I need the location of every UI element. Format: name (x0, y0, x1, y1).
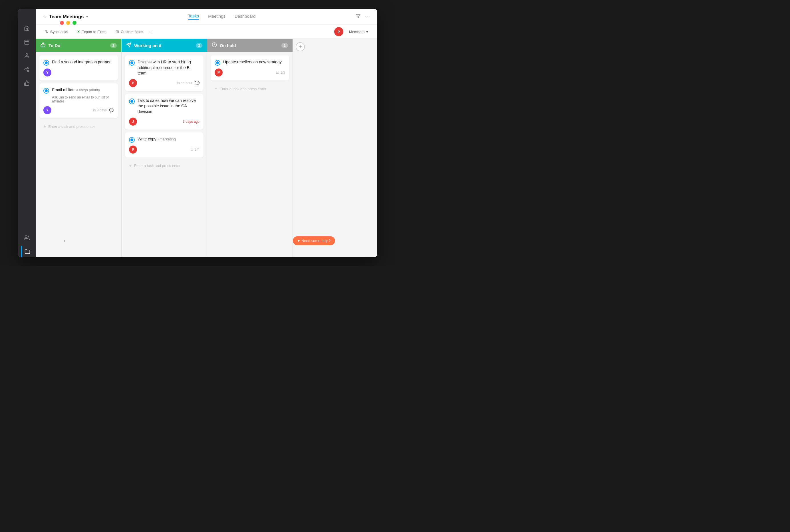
add-task-onhold[interactable]: + Enter a task and press enter (211, 83, 289, 94)
comment-icon[interactable]: 💬 (109, 108, 114, 112)
comment-icon[interactable]: 💬 (195, 81, 199, 86)
header-right: ··· (356, 14, 370, 20)
task-assignee-avatar: J (129, 118, 137, 126)
task-checkbox[interactable] (129, 137, 135, 143)
task-title: Discuss with HR to start hiring addition… (138, 59, 199, 76)
task-footer: P ☑ 2/4 (129, 146, 199, 154)
column-body-working: Discuss with HR to start hiring addition… (121, 52, 207, 257)
sidebar-item-home[interactable] (21, 22, 33, 34)
column-title-onhold: On hold (220, 43, 236, 48)
fields-icon: ⊞ (116, 30, 119, 34)
add-icon: + (215, 86, 217, 91)
task-footer: P ☑ 1/3 (215, 69, 285, 76)
toolbar-more-icon[interactable]: ··· (149, 30, 154, 34)
nav-dashboard[interactable]: Dashboard (235, 14, 255, 20)
traffic-lights (60, 21, 76, 25)
sidebar-item-thumbs[interactable] (21, 77, 33, 89)
maximize-button[interactable] (73, 21, 76, 25)
nav-tasks[interactable]: Tasks (188, 14, 199, 20)
sidebar-item-person[interactable] (21, 50, 33, 61)
sync-icon: ↻ (45, 30, 49, 34)
column-title-todo: To Do (49, 43, 60, 48)
add-task-todo[interactable]: + Enter a task and press enter (39, 121, 118, 132)
task-checkbox[interactable] (129, 98, 135, 104)
onhold-icon (212, 42, 217, 49)
toolbar: ↻ Sync tasks X Export to Excel ⊞ Custom … (36, 25, 377, 39)
columns-area: To Do 2 Find a second integration partne… (36, 39, 377, 257)
task-subtasks: ☑ 2/4 (190, 148, 199, 152)
sidebar-item-calendar[interactable] (21, 36, 33, 48)
task-card[interactable]: Update resellers on new strategy P ☑ 1/3 (211, 55, 289, 80)
sidebar-item-files[interactable] (21, 246, 33, 257)
task-title: Write copy #marketing (138, 136, 176, 142)
svg-point-7 (28, 70, 29, 72)
svg-point-6 (25, 69, 26, 70)
more-options-icon[interactable]: ··· (365, 14, 370, 19)
task-header: Update resellers on new strategy (215, 59, 285, 65)
add-icon: + (129, 163, 132, 168)
task-checkbox[interactable] (129, 60, 135, 65)
task-footer: Y in 9 days 💬 (43, 106, 114, 114)
sync-tasks-button[interactable]: ↻ Sync tasks (42, 28, 72, 36)
header: ☆ Team Meetings ▾ Tasks Meetings Dashboa… (36, 9, 377, 25)
column-header-onhold: On hold 1 (207, 39, 292, 52)
task-header: Write copy #marketing (129, 136, 199, 143)
filter-icon[interactable] (356, 14, 361, 20)
help-button[interactable]: ♥ Need some help? (293, 236, 335, 245)
members-button[interactable]: Members ▾ (346, 28, 372, 36)
column-onhold: On hold 1 Update resellers on new strate… (207, 39, 293, 257)
task-checkbox[interactable] (43, 88, 49, 94)
onhold-count: 1 (282, 43, 288, 48)
add-task-working[interactable]: + Enter a task and press enter (125, 160, 204, 171)
task-card[interactable]: Email affiliates #high priority Ask Jim … (39, 83, 118, 118)
close-button[interactable] (60, 21, 64, 25)
task-description: Ask Jim to send an email to our list of … (52, 95, 114, 103)
task-assignee-avatar: P (129, 79, 137, 87)
task-time: in 9 days (93, 108, 107, 112)
export-excel-button[interactable]: X Export to Excel (74, 28, 110, 36)
task-title: Talk to sales how we can resolve the pos… (138, 98, 199, 115)
task-subtasks: ☑ 1/3 (276, 71, 285, 75)
add-column-button[interactable]: + (296, 42, 305, 51)
toolbar-right: P Members ▾ (334, 27, 372, 36)
heart-icon: ♥ (297, 239, 300, 243)
column-body-onhold: Update resellers on new strategy P ☑ 1/3 (207, 52, 292, 257)
working-count: 3 (196, 43, 203, 48)
task-title: Update resellers on new strategy (223, 59, 282, 65)
add-column-area: + (293, 39, 310, 257)
task-card[interactable]: Talk to sales how we can resolve the pos… (125, 94, 204, 130)
svg-point-5 (28, 67, 29, 69)
sidebar-item-team[interactable] (21, 232, 33, 244)
column-todo: To Do 2 Find a second integration partne… (36, 39, 121, 257)
task-card[interactable]: Find a second integration partner Y (39, 55, 118, 80)
sidebar (18, 9, 36, 257)
task-checkbox[interactable] (215, 60, 220, 65)
task-checkbox[interactable] (43, 60, 49, 65)
board-title: Team Meetings (49, 14, 84, 20)
task-time: in an hour (177, 81, 192, 85)
working-icon (126, 42, 131, 49)
task-card[interactable]: Discuss with HR to start hiring addition… (125, 55, 204, 91)
star-icon[interactable]: ☆ (43, 14, 47, 19)
expand-sidebar-button[interactable]: › (60, 236, 69, 245)
header-nav: Tasks Meetings Dashboard (88, 14, 356, 20)
task-footer: J 3 days ago (129, 118, 199, 126)
minimize-button[interactable] (66, 21, 70, 25)
main-content: ☆ Team Meetings ▾ Tasks Meetings Dashboa… (36, 9, 377, 257)
subtask-check-icon: ☑ (190, 148, 193, 152)
task-title: Email affiliates #high priority (52, 87, 100, 93)
column-working: Working on it 3 Discuss with HR to start… (121, 39, 207, 257)
svg-point-10 (25, 236, 27, 238)
task-footer: Y (43, 69, 114, 76)
task-header: Find a second integration partner (43, 59, 114, 65)
task-time: 3 days ago (182, 119, 199, 124)
user-avatar: P (334, 27, 343, 36)
task-card[interactable]: Write copy #marketing P ☑ 2/4 (125, 132, 204, 157)
sidebar-item-share[interactable] (21, 64, 33, 75)
nav-meetings[interactable]: Meetings (208, 14, 226, 20)
svg-line-9 (26, 68, 28, 69)
task-assignee-avatar: P (129, 146, 137, 154)
task-header: Discuss with HR to start hiring addition… (129, 59, 199, 76)
custom-fields-button[interactable]: ⊞ Custom fields (112, 28, 147, 36)
svg-point-4 (26, 54, 28, 56)
